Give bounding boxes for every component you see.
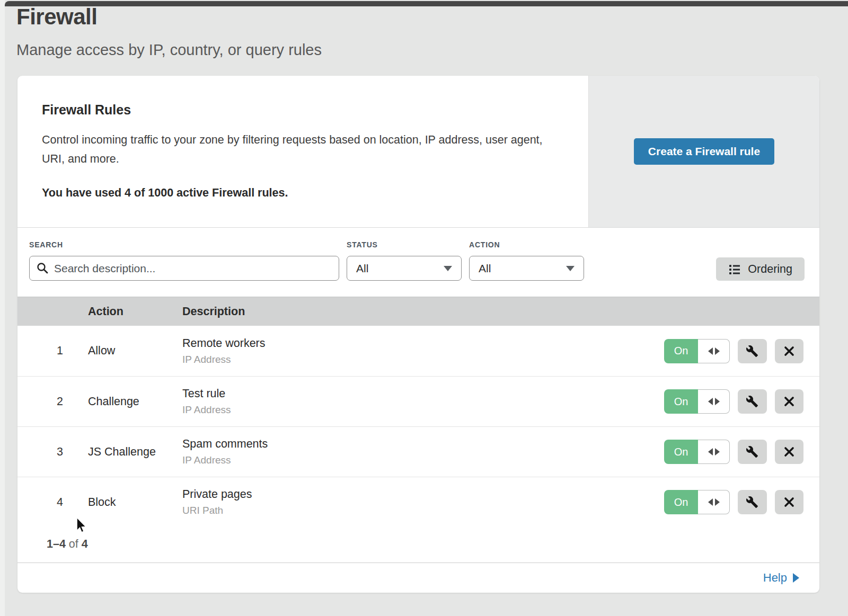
toggle-on-label: On (664, 339, 698, 363)
rule-priority: 2 (17, 395, 88, 408)
rule-action: Allow (88, 344, 182, 358)
search-label: SEARCH (29, 240, 339, 249)
toggle-handle[interactable] (698, 440, 730, 464)
action-select[interactable]: All (469, 256, 584, 281)
wrench-icon (746, 445, 758, 458)
section-title: Firewall Rules (42, 102, 564, 118)
rule-action: Block (88, 496, 182, 509)
toggle-handle[interactable] (698, 339, 730, 363)
table-row: 3 JS Challenge Spam comments IP Address … (17, 426, 819, 477)
edit-rule-button[interactable] (738, 490, 767, 514)
status-label: STATUS (347, 240, 462, 249)
column-header-description: Description (182, 305, 664, 318)
pagination-range: 1–4 (47, 538, 66, 550)
wrench-icon (746, 395, 758, 408)
ordering-list-icon (728, 263, 741, 275)
rule-enabled-toggle[interactable]: On (664, 389, 730, 414)
close-icon (783, 496, 795, 508)
table-body: 1 Allow Remote workers IP Address On (17, 326, 819, 527)
hero-action-panel: Create a Firewall rule (588, 76, 819, 227)
rule-action: Challenge (88, 395, 182, 408)
delete-rule-button[interactable] (775, 389, 804, 414)
create-firewall-rule-button[interactable]: Create a Firewall rule (634, 138, 774, 165)
arrow-left-icon (708, 398, 713, 405)
delete-rule-button[interactable] (775, 339, 804, 363)
toggle-on-label: On (664, 440, 698, 464)
column-header-action: Action (88, 305, 182, 318)
ordering-button[interactable]: Ordering (716, 257, 805, 281)
toggle-on-label: On (664, 389, 698, 414)
help-link[interactable]: Help (763, 571, 799, 585)
rule-priority: 3 (17, 445, 88, 459)
search-icon (37, 262, 49, 276)
delete-rule-button[interactable] (775, 440, 804, 464)
rule-description: Private pages (182, 488, 664, 501)
wrench-icon (746, 345, 758, 358)
rule-action: JS Challenge (88, 445, 182, 459)
card-footer: Help (17, 563, 819, 593)
action-label: ACTION (469, 240, 584, 249)
search-input[interactable] (29, 256, 339, 281)
delete-rule-button[interactable] (775, 490, 804, 514)
rule-match-field: IP Address (182, 404, 664, 416)
toggle-handle[interactable] (698, 389, 730, 414)
chevron-down-icon (444, 266, 452, 271)
chevron-right-icon (793, 573, 799, 583)
hero-text-block: Firewall Rules Control incoming traffic … (17, 76, 588, 227)
table-row: 1 Allow Remote workers IP Address On (17, 326, 819, 376)
toggle-on-label: On (664, 490, 698, 514)
close-icon (783, 396, 795, 407)
rule-match-field: IP Address (182, 454, 664, 466)
pagination: 1–4 of 4 (17, 527, 819, 563)
edit-rule-button[interactable] (738, 440, 767, 464)
table-row: 2 Challenge Test rule IP Address On (17, 376, 819, 426)
close-icon (783, 345, 795, 357)
table-row: 4 Block Private pages URI Path On (17, 477, 819, 527)
arrow-left-icon (708, 498, 713, 506)
table-header: Action Description (17, 297, 819, 326)
arrow-left-icon (708, 347, 713, 355)
filter-bar: SEARCH STATUS All ACTION All (17, 228, 819, 297)
edit-rule-button[interactable] (738, 339, 767, 363)
arrow-right-icon (715, 498, 720, 506)
arrow-right-icon (715, 347, 720, 355)
usage-note: You have used 4 of 1000 active Firewall … (42, 186, 564, 200)
chevron-down-icon (566, 266, 575, 271)
page-header: Firewall Manage access by IP, country, o… (16, 4, 322, 59)
screen-left-edge (0, 0, 5, 616)
arrow-left-icon (708, 448, 713, 456)
rule-description: Spam comments (182, 438, 664, 451)
rule-description: Test rule (182, 387, 664, 400)
rule-match-field: URI Path (182, 505, 664, 516)
rule-match-field: IP Address (182, 354, 664, 365)
rule-priority: 1 (17, 344, 88, 358)
wrench-icon (746, 496, 758, 508)
pagination-total: 4 (82, 538, 88, 550)
help-link-label: Help (763, 571, 787, 585)
page-title: Firewall (16, 4, 322, 30)
firewall-rules-card: Firewall Rules Control incoming traffic … (17, 76, 819, 593)
arrow-right-icon (715, 448, 720, 456)
status-select-value: All (356, 262, 368, 275)
section-description: Control incoming traffic to your zone by… (42, 130, 551, 168)
toggle-handle[interactable] (698, 490, 730, 514)
rule-description: Remote workers (182, 337, 664, 350)
action-select-value: All (479, 262, 491, 275)
rule-enabled-toggle[interactable]: On (664, 440, 730, 464)
close-icon (783, 446, 795, 458)
ordering-button-label: Ordering (748, 263, 792, 276)
page-subtitle: Manage access by IP, country, or query r… (16, 41, 322, 59)
status-select[interactable]: All (347, 256, 462, 281)
hero-section: Firewall Rules Control incoming traffic … (17, 76, 819, 228)
edit-rule-button[interactable] (738, 389, 767, 414)
arrow-right-icon (715, 398, 720, 405)
rule-priority: 4 (17, 496, 88, 509)
rule-enabled-toggle[interactable]: On (664, 490, 730, 514)
pagination-of: of (69, 538, 78, 550)
rule-enabled-toggle[interactable]: On (664, 339, 730, 363)
